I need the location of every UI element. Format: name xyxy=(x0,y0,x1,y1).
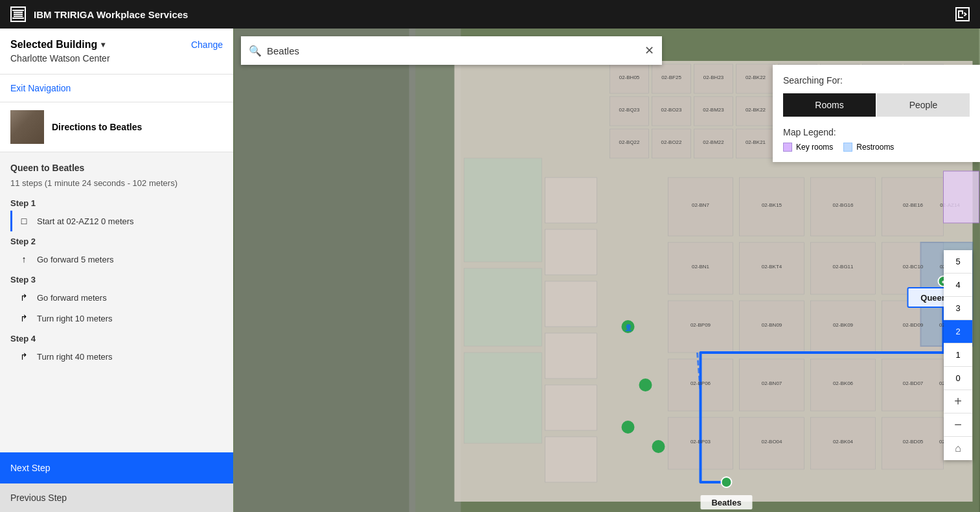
step-group-3: Step 3 ↱ Go forward meters ↱ Turn right … xyxy=(10,275,223,329)
svg-text:02-BN09: 02-BN09 xyxy=(762,322,782,328)
close-icon[interactable]: ✕ xyxy=(644,43,654,58)
svg-text:02-BM23: 02-BM23 xyxy=(703,107,724,113)
zoom-controls: 5 4 3 2 1 0 + − ⌂ xyxy=(944,250,972,460)
zoom-out-button[interactable]: − xyxy=(944,413,972,437)
step-label-1: Step 1 xyxy=(10,198,223,208)
search-icon: 🔍 xyxy=(249,45,262,57)
svg-text:02-BM22: 02-BM22 xyxy=(703,139,724,145)
svg-text:02-BF25: 02-BF25 xyxy=(661,75,681,80)
svg-text:02-BN7: 02-BN7 xyxy=(692,202,710,208)
step-text-4: Turn right 40 meters xyxy=(37,352,113,362)
step-item-3a: ↱ Go forward meters xyxy=(10,287,223,308)
svg-text:02-BK15: 02-BK15 xyxy=(762,202,782,208)
building-header: Selected Building ▾ Change Charlotte Wat… xyxy=(0,29,233,75)
topbar: IBM TRIRIGA Workplace Services xyxy=(0,0,980,29)
floor-5-button[interactable]: 5 xyxy=(944,250,972,273)
toggle-rooms-button[interactable]: Rooms xyxy=(783,93,876,117)
svg-rect-53 xyxy=(464,158,542,262)
search-input[interactable] xyxy=(267,45,639,56)
svg-text:02-BQ22: 02-BQ22 xyxy=(619,139,640,145)
turn-right-icon-3b: ↱ xyxy=(17,312,30,325)
svg-text:02-BD05: 02-BD05 xyxy=(903,439,924,445)
svg-text:02-BO04: 02-BO04 xyxy=(761,439,782,445)
key-rooms-label: Key rooms xyxy=(796,143,833,152)
svg-rect-126 xyxy=(944,171,979,223)
step-text-3b: Turn right 10 meters xyxy=(37,314,113,323)
step-group-2: Step 2 ↑ Go forward 5 meters xyxy=(10,237,223,270)
svg-text:02-BK22: 02-BK22 xyxy=(746,75,766,80)
step-label-3: Step 3 xyxy=(10,275,223,285)
step-label-2: Step 2 xyxy=(10,237,223,246)
svg-text:02-BKT4: 02-BKT4 xyxy=(762,264,782,270)
svg-text:Queen: Queen xyxy=(920,293,947,303)
svg-rect-58 xyxy=(545,281,597,327)
svg-point-75 xyxy=(652,440,665,453)
destination-name: Beatles xyxy=(109,122,142,132)
map-area[interactable]: ● Queen Beatles 👤 xyxy=(233,29,980,512)
svg-text:02-BE16: 02-BE16 xyxy=(903,202,924,208)
svg-rect-7 xyxy=(409,29,461,512)
app-title: IBM TRIRIGA Workplace Services xyxy=(34,9,188,20)
start-icon: □ xyxy=(17,215,30,227)
steps-panel: Queen to Beatles 11 steps (1 minute 24 s… xyxy=(0,152,233,452)
restrooms-label: Restrooms xyxy=(856,143,894,152)
svg-text:02-BP03: 02-BP03 xyxy=(690,439,711,445)
floor-2-button[interactable]: 2 xyxy=(944,320,972,343)
step-text-2: Go forward 5 meters xyxy=(37,255,114,264)
route-summary: 11 steps (1 minute 24 seconds - 102 mete… xyxy=(10,178,223,188)
svg-rect-59 xyxy=(545,333,597,378)
svg-text:02-BO22: 02-BO22 xyxy=(661,139,682,145)
svg-text:02-BP06: 02-BP06 xyxy=(690,380,711,386)
svg-text:02-BK06: 02-BK06 xyxy=(833,380,854,386)
svg-text:02-BN07: 02-BN07 xyxy=(762,380,782,386)
svg-rect-0 xyxy=(12,10,24,11)
svg-rect-4 xyxy=(12,17,24,19)
navigation-buttons: Next Step Previous Step xyxy=(0,452,233,512)
svg-text:02-BP09: 02-BP09 xyxy=(690,322,711,328)
home-button[interactable]: ⌂ xyxy=(944,437,972,460)
chevron-down-icon: ▾ xyxy=(101,40,105,49)
svg-point-73 xyxy=(639,378,652,391)
toggle-people-button[interactable]: People xyxy=(877,93,970,117)
zoom-in-button[interactable]: + xyxy=(944,390,972,413)
building-name: Charlotte Watson Center xyxy=(10,53,223,64)
svg-point-74 xyxy=(622,421,635,434)
ibm-logo-icon xyxy=(10,6,26,22)
step-item-4: ↱ Turn right 40 meters xyxy=(10,346,223,367)
step-item-3b: ↱ Turn right 10 meters xyxy=(10,308,223,329)
svg-rect-1 xyxy=(14,12,23,13)
legend-key-rooms: Key rooms xyxy=(783,143,833,152)
directions-header: Directions to Beatles xyxy=(0,102,233,152)
searching-for-label: Searching For: xyxy=(783,75,970,86)
next-step-button[interactable]: Next Step xyxy=(0,452,233,483)
map-legend-title: Map Legend: xyxy=(783,127,970,137)
search-panel: Searching For: Rooms People Map Legend: … xyxy=(773,65,980,162)
exit-icon[interactable] xyxy=(955,7,970,21)
svg-rect-6 xyxy=(234,29,416,512)
previous-step-button[interactable]: Previous Step xyxy=(0,483,233,512)
svg-rect-61 xyxy=(545,437,597,482)
restrooms-color-swatch xyxy=(843,143,852,152)
search-toggle-row: Rooms People xyxy=(783,93,970,117)
svg-text:02-BO23: 02-BO23 xyxy=(661,107,682,113)
legend-items: Key rooms Restrooms xyxy=(783,143,970,152)
directions-label: Directions to Beatles xyxy=(52,122,142,132)
floor-3-button[interactable]: 3 xyxy=(944,297,972,320)
key-rooms-color-swatch xyxy=(783,143,792,152)
svg-rect-3 xyxy=(14,16,23,17)
change-building-link[interactable]: Change xyxy=(191,40,223,50)
svg-text:👤: 👤 xyxy=(624,323,633,332)
floor-4-button[interactable]: 4 xyxy=(944,273,972,297)
svg-text:02-BG16: 02-BG16 xyxy=(832,202,854,208)
exit-navigation-link[interactable]: Exit Navigation xyxy=(10,83,71,93)
step-group-4: Step 4 ↱ Turn right 40 meters xyxy=(10,334,223,367)
destination-thumbnail xyxy=(10,110,44,144)
floor-1-button[interactable]: 1 xyxy=(944,343,972,367)
step-item-2: ↑ Go forward 5 meters xyxy=(10,249,223,270)
svg-text:02-BG11: 02-BG11 xyxy=(832,264,854,270)
svg-text:02-BC10: 02-BC10 xyxy=(903,264,924,270)
building-title[interactable]: Selected Building ▾ xyxy=(10,39,105,51)
turn-right-icon-3a: ↱ xyxy=(17,291,30,304)
floor-0-button[interactable]: 0 xyxy=(944,367,972,390)
svg-text:02-BQ23: 02-BQ23 xyxy=(619,107,640,113)
